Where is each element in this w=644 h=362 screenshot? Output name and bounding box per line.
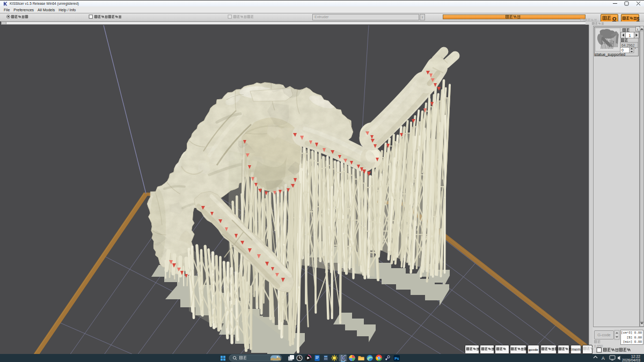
svg-text:1: 1 [629, 33, 631, 38]
svg-text:12:22: 12:22 [631, 354, 640, 358]
svg-text:mem: mem [572, 347, 581, 352]
svg-text:Ps: Ps [394, 357, 399, 360]
svg-text:O: O [612, 16, 616, 21]
svg-text:2026/04/03: 2026/04/03 [622, 358, 640, 362]
svg-text:°: ° [635, 47, 636, 50]
svg-text:64.2962: 64.2962 [621, 43, 635, 47]
svg-text:0.850: 0.850 [594, 344, 603, 348]
svg-text:A: A [602, 356, 605, 361]
svg-text:S: S [636, 16, 640, 21]
svg-text:0: 0 [621, 48, 624, 52]
svg-text:gcode: gcode [529, 348, 538, 351]
